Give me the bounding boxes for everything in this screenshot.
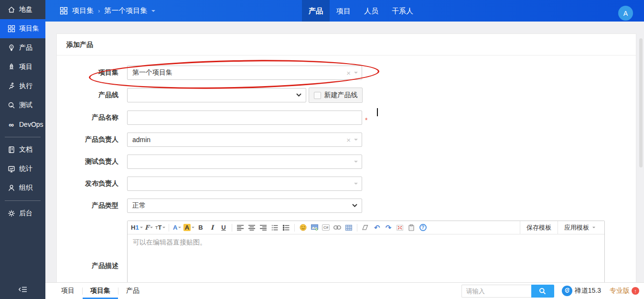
chevron-down-icon[interactable] [354, 161, 358, 165]
underline-button[interactable]: U [218, 222, 229, 233]
insert-code-icon[interactable]: C# [321, 222, 331, 233]
footer-tabs: 项目 项目集 产品 [45, 283, 147, 299]
zentao-logo-icon [562, 286, 572, 296]
sidebar-item-dashboard[interactable]: 地盘 [0, 0, 45, 19]
tab-project[interactable]: 项目 [330, 0, 357, 22]
fullscreen-icon[interactable] [395, 222, 405, 233]
form-row-qd: 测试负责人 [57, 155, 636, 169]
field-label: 发布负责人 [57, 179, 127, 188]
italic-button[interactable]: I [207, 222, 217, 233]
collapse-icon [18, 286, 28, 293]
sidebar-item-doc[interactable]: 文档 [0, 140, 45, 159]
new-line-label: 新建产品线 [324, 91, 358, 100]
product-line-select[interactable] [127, 88, 306, 102]
paste-icon[interactable] [406, 222, 417, 233]
brand-name: 禅道15.3 [575, 287, 601, 295]
redo-icon[interactable]: ↷ [383, 222, 394, 233]
new-line-addon[interactable]: 新建产品线 [309, 88, 363, 103]
toolbar-separator [357, 224, 357, 232]
runner-icon [7, 82, 15, 90]
avatar[interactable]: A [618, 6, 633, 21]
infinity-icon: ∞ [7, 121, 15, 129]
scrollbar-thumb[interactable] [639, 38, 643, 167]
field-label: 产品类型 [57, 201, 127, 210]
sidebar-collapse-button[interactable] [0, 283, 45, 296]
editor-content[interactable]: 可以在编辑器直接贴图。 [128, 234, 604, 282]
form-row-po: 产品负责人 admin × [57, 133, 636, 147]
insert-link-icon[interactable] [332, 222, 343, 233]
help-icon[interactable]: ? [418, 222, 428, 233]
sidebar-item-org[interactable]: 组织 [0, 178, 45, 198]
insert-table-icon[interactable] [343, 222, 354, 233]
chevron-down-icon [192, 227, 194, 230]
sidebar-item-project[interactable]: 项目 [0, 57, 45, 77]
footer-tab-project[interactable]: 项目 [54, 283, 82, 299]
sidebar-item-devops[interactable]: ∞ DevOps [0, 115, 45, 134]
add-product-panel: 添加产品 项目集 第一个项目集 × 产品线 新建产品线 [56, 33, 636, 282]
ordered-list-icon[interactable] [269, 222, 280, 233]
unordered-list-icon[interactable] [281, 222, 291, 233]
product-name-input[interactable] [127, 111, 362, 125]
text-color-button[interactable]: A [172, 222, 182, 233]
align-center-icon[interactable] [247, 222, 257, 233]
qd-picker[interactable] [127, 155, 362, 169]
footer-tab-product[interactable]: 产品 [118, 283, 147, 299]
clear-icon[interactable]: × [346, 69, 351, 77]
sidebar-divider [5, 200, 41, 201]
edition-label[interactable]: 专业版 [610, 287, 630, 295]
sidebar-item-label: 组织 [19, 184, 32, 192]
align-right-icon[interactable] [258, 222, 268, 233]
rd-picker[interactable] [127, 177, 362, 191]
footer-right: 禅道15.3 专业版 ↑ [462, 285, 644, 298]
toolbar-separator [169, 224, 169, 232]
sidebar-divider [5, 137, 41, 137]
emoji-icon[interactable] [298, 222, 308, 233]
field-label: 产品负责人 [57, 135, 127, 144]
search-button[interactable] [531, 285, 554, 298]
heading-button[interactable]: H1 [131, 222, 143, 233]
undo-icon[interactable]: ↶ [372, 222, 382, 233]
sidebar-item-report[interactable]: 统计 [0, 159, 45, 178]
insert-image-icon[interactable] [309, 222, 320, 233]
person-icon [7, 184, 15, 192]
po-picker[interactable]: admin × [127, 133, 362, 147]
program-picker-value: 第一个项目集 [132, 68, 172, 77]
sidebar-item-qa[interactable]: 测试 [0, 96, 45, 115]
program-grid-icon [60, 7, 68, 15]
sidebar: 地盘 项目集 产品 项目 执行 测试 ∞ DevOps [0, 0, 45, 299]
sidebar-item-execution[interactable]: 执行 [0, 77, 45, 96]
font-size-button[interactable]: TT [155, 222, 166, 233]
form-row-rd: 发布负责人 [57, 177, 636, 191]
brand[interactable]: 禅道15.3 [562, 286, 601, 296]
chevron-down-icon[interactable] [354, 72, 358, 76]
program-picker[interactable]: 第一个项目集 × [127, 66, 362, 80]
product-type-select[interactable]: 正常 [127, 199, 362, 213]
bold-button[interactable]: B [195, 222, 206, 233]
save-template-button[interactable]: 保存模板 [520, 221, 558, 234]
new-line-checkbox[interactable] [314, 92, 321, 99]
highlight-color-button[interactable]: A [183, 222, 194, 233]
tab-staff[interactable]: 人员 [357, 0, 385, 22]
sidebar-item-program[interactable]: 项目集 [0, 19, 45, 38]
tab-stakeholder[interactable]: 干系人 [385, 0, 420, 22]
remove-format-icon[interactable] [360, 222, 371, 233]
breadcrumb-root[interactable]: 项目集 [72, 6, 94, 15]
clear-icon[interactable]: × [346, 136, 351, 144]
breadcrumb-separator: › [98, 7, 100, 14]
sidebar-item-label: 项目集 [19, 24, 39, 33]
footer-bar: 项目 项目集 产品 禅道15.3 专业版 ↑ [45, 282, 644, 299]
footer-tab-program[interactable]: 项目集 [83, 283, 118, 299]
search-input[interactable] [462, 285, 531, 298]
chevron-down-icon[interactable] [354, 183, 358, 187]
breadcrumb-current[interactable]: 第一个项目集 [104, 6, 147, 15]
sidebar-item-admin[interactable]: 后台 [0, 204, 45, 223]
apply-template-button[interactable]: 应用模板 [558, 221, 601, 234]
tab-product[interactable]: 产品 [302, 0, 330, 22]
sidebar-item-label: 项目 [19, 63, 32, 71]
chevron-down-icon[interactable] [354, 139, 358, 143]
chevron-down-icon[interactable] [151, 10, 155, 14]
sidebar-item-product[interactable]: 产品 [0, 38, 45, 57]
font-family-button[interactable]: F [144, 222, 154, 233]
upgrade-icon[interactable]: ↑ [632, 287, 639, 295]
align-left-icon[interactable] [235, 222, 246, 233]
